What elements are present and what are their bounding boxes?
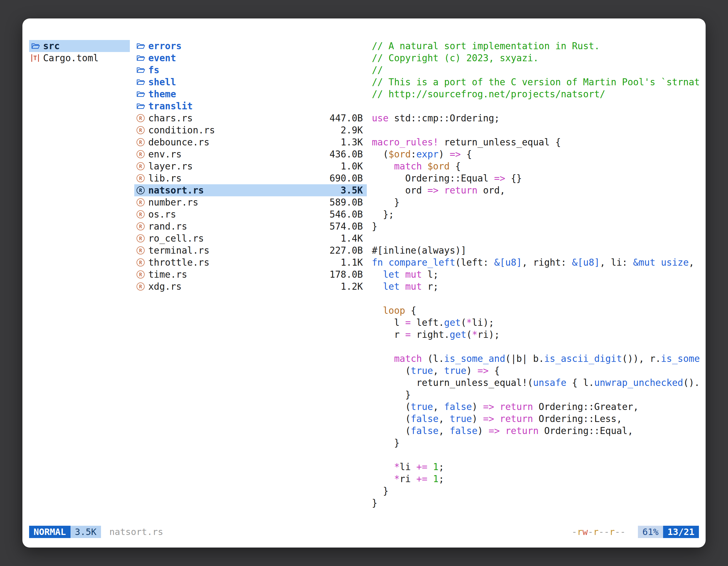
code-line: } (372, 437, 702, 449)
file-name: xdg.rs (148, 281, 341, 292)
file-row[interactable]: src (29, 40, 130, 52)
file-row[interactable]: errors (134, 40, 367, 52)
file-size: 3.5K (341, 184, 363, 196)
yazi-file-manager-window: src T Cargo.toml errors event fs shell t… (22, 18, 706, 548)
file-row[interactable]: theme (134, 88, 367, 100)
file-name: time.rs (148, 269, 330, 281)
code-line (372, 100, 702, 112)
rust-file-icon: R (137, 234, 148, 243)
code-line: } (372, 220, 702, 233)
code-line: #[inline(always)] (372, 245, 702, 257)
rust-file-icon: R (137, 271, 148, 279)
code-line (372, 449, 702, 461)
code-line: l = left.get(*li); (372, 316, 702, 328)
file-row[interactable]: R env.rs 436.0B (134, 148, 367, 160)
rust-file-icon: R (137, 174, 148, 182)
folder-open-icon (137, 91, 148, 98)
file-name: translit (148, 100, 363, 112)
file-name: throttle.rs (148, 257, 341, 269)
folder-open-icon (137, 79, 148, 86)
file-size: 436.0B (330, 148, 363, 160)
file-size: 1.4K (341, 233, 363, 245)
folder-open-icon (137, 67, 148, 74)
file-row[interactable]: R os.rs 546.0B (134, 208, 367, 220)
toml-file-icon: T (31, 54, 43, 62)
file-name: layer.rs (148, 160, 341, 172)
rust-file-icon: R (137, 198, 148, 206)
file-size: 1.2K (341, 281, 363, 292)
code-line: } (372, 196, 702, 208)
file-size-badge: 3.5K (71, 526, 101, 538)
file-row[interactable]: translit (134, 100, 367, 112)
file-row[interactable]: R terminal.rs 227.0B (134, 245, 367, 257)
file-name: natsort.rs (148, 184, 341, 196)
file-name: env.rs (148, 148, 330, 160)
parent-directory-pane[interactable]: src T Cargo.toml (29, 40, 130, 64)
code-line: (false, true) => return Ordering::Less, (372, 413, 702, 425)
file-size: 589.0B (330, 196, 363, 208)
folder-open-icon (31, 43, 43, 50)
file-row[interactable]: T Cargo.toml (29, 52, 130, 64)
code-line: macro_rules! return_unless_equal { (372, 136, 702, 148)
file-preview-pane[interactable]: // A natural sort implementation in Rust… (372, 40, 702, 527)
file-row[interactable]: shell (134, 76, 367, 88)
file-name: os.rs (148, 208, 330, 220)
code-line: match (l.is_some_and(|b| b.is_ascii_digi… (372, 353, 702, 365)
file-row[interactable]: R rand.rs 574.0B (134, 220, 367, 233)
file-row[interactable]: R ro_cell.rs 1.4K (134, 233, 367, 245)
file-row[interactable]: R number.rs 589.0B (134, 196, 367, 208)
status-file-name: natsort.rs (109, 527, 163, 537)
file-row[interactable]: R chars.rs 447.0B (134, 112, 367, 124)
code-line: let mut r; (372, 281, 702, 292)
file-row[interactable]: R condition.rs 2.9K (134, 124, 367, 136)
file-name: lib.rs (148, 172, 330, 184)
code-line (372, 292, 702, 304)
file-row[interactable]: event (134, 52, 367, 64)
file-name: theme (148, 88, 363, 100)
code-line: *ri += 1; (372, 473, 702, 485)
folder-open-icon (137, 103, 148, 110)
file-size: 447.0B (330, 112, 363, 124)
file-name: src (43, 40, 126, 52)
file-row[interactable]: R natsort.rs 3.5K (134, 184, 367, 196)
code-line: ($ord:expr) => { (372, 148, 702, 160)
rust-file-icon: R (137, 150, 148, 158)
code-line: // http://sourcefrog.net/projects/natsor… (372, 88, 702, 100)
rust-file-icon: R (137, 126, 148, 134)
current-directory-pane[interactable]: errors event fs shell theme translit R c… (134, 40, 367, 292)
file-row[interactable]: R xdg.rs 1.2K (134, 281, 367, 292)
cursor-position-badge: 13/21 (663, 526, 699, 538)
file-row[interactable]: fs (134, 64, 367, 76)
file-size: 1.0K (341, 160, 363, 172)
rust-file-icon: R (137, 162, 148, 170)
code-line: // This is a port of the C version of Ma… (372, 76, 702, 88)
code-line: let mut l; (372, 269, 702, 281)
code-line: // (372, 64, 702, 76)
file-size: 2.9K (341, 124, 363, 136)
file-name: shell (148, 76, 363, 88)
file-name: terminal.rs (148, 245, 330, 257)
code-line: // Copyright (c) 2023, sxyazi. (372, 52, 702, 64)
file-name: errors (148, 40, 363, 52)
code-line: (true, true) => { (372, 365, 702, 377)
rust-file-icon: R (137, 186, 148, 194)
scroll-percent-badge: 61% (638, 526, 663, 538)
file-row[interactable]: R debounce.rs 1.3K (134, 136, 367, 148)
status-bar-left: NORMAL 3.5K natsort.rs (29, 526, 163, 538)
file-row[interactable]: R time.rs 178.0B (134, 269, 367, 281)
code-line: }; (372, 208, 702, 220)
file-row[interactable]: R layer.rs 1.0K (134, 160, 367, 172)
file-name: fs (148, 64, 363, 76)
code-line: r = right.get(*ri); (372, 328, 702, 340)
code-line (372, 340, 702, 353)
code-line: Ordering::Equal => {} (372, 172, 702, 184)
file-permissions: -rw-r--r-- (572, 527, 626, 537)
code-line: (false, false) => return Ordering::Equal… (372, 425, 702, 437)
status-bar: NORMAL 3.5K natsort.rs -rw-r--r-- 61% 13… (29, 526, 699, 538)
rust-file-icon: R (137, 222, 148, 231)
rust-file-icon: R (137, 283, 148, 290)
file-row[interactable]: R lib.rs 690.0B (134, 172, 367, 184)
file-row[interactable]: R throttle.rs 1.1K (134, 257, 367, 269)
rust-file-icon: R (137, 210, 148, 219)
file-name: ro_cell.rs (148, 233, 341, 245)
